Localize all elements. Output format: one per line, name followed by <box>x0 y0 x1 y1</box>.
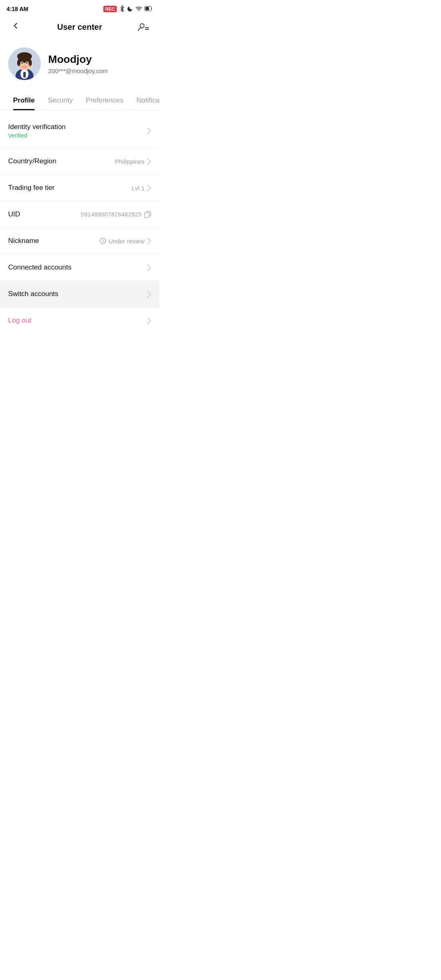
menu-item-switch-label: Switch accounts <box>8 290 58 298</box>
chevron-right-icon <box>147 238 151 245</box>
bluetooth-icon <box>119 5 125 13</box>
avatar <box>8 47 41 80</box>
menu-item-uid-value: 5914890078264628​25 <box>81 211 142 218</box>
svg-point-3 <box>140 24 144 28</box>
status-icons: REC <box>103 5 153 13</box>
menu-item-country-region[interactable]: Country/Region Philippines <box>0 148 159 175</box>
tab-preferences[interactable]: Preferences <box>79 91 130 110</box>
menu-item-nickname-left: Nickname <box>8 237 39 245</box>
menu-item-trading-value: Lvl 1 <box>131 185 145 192</box>
chevron-right-icon <box>147 158 151 165</box>
profile-email: 200***@moodjoy.com <box>48 67 108 74</box>
menu-list: Identity verification Verified Country/R… <box>0 114 159 334</box>
header-title: User center <box>57 22 102 32</box>
tab-notifications[interactable]: Notificati... <box>130 91 159 110</box>
tab-profile[interactable]: Profile <box>7 91 41 110</box>
battery-icon <box>145 6 153 12</box>
svg-rect-20 <box>145 213 149 218</box>
menu-item-connected-label: Connected accounts <box>8 263 71 272</box>
log-out-label: Log out <box>8 316 31 325</box>
svg-point-18 <box>19 65 22 67</box>
menu-item-identity-sublabel: Verified <box>8 132 66 139</box>
chevron-right-icon <box>147 264 151 271</box>
status-bar: 4:18 AM REC <box>0 0 159 16</box>
menu-item-uid-label: UID <box>8 210 20 218</box>
chevron-right-icon <box>147 127 151 134</box>
menu-item-uid[interactable]: UID 5914890078264628​25 <box>0 201 159 228</box>
menu-item-nickname-value: Under review <box>109 238 145 245</box>
menu-item-uid-left: UID <box>8 210 20 218</box>
svg-rect-7 <box>23 72 26 78</box>
svg-point-17 <box>24 65 25 66</box>
profile-name: Moodjoy <box>48 53 108 66</box>
tabs-container: Profile Security Preferences Notificati.… <box>0 91 159 111</box>
menu-item-switch-right <box>147 291 151 298</box>
chevron-right-icon <box>147 317 151 324</box>
tab-security[interactable]: Security <box>41 91 79 110</box>
menu-item-log-out[interactable]: Log out <box>0 307 159 334</box>
svg-point-19 <box>27 65 30 67</box>
status-time: 4:18 AM <box>7 6 28 12</box>
menu-item-trading-left: Trading fee tier <box>8 184 55 192</box>
menu-item-trading-right: Lvl 1 <box>131 185 151 192</box>
menu-item-identity-verification[interactable]: Identity verification Verified <box>0 114 159 148</box>
menu-item-trading-fee-tier[interactable]: Trading fee tier Lvl 1 <box>0 175 159 201</box>
back-button[interactable] <box>8 20 23 34</box>
menu-item-country-left: Country/Region <box>8 157 56 165</box>
profile-section: Moodjoy 200***@moodjoy.com <box>0 39 159 91</box>
moon-icon <box>127 6 133 13</box>
menu-item-connected-accounts[interactable]: Connected accounts <box>0 254 159 281</box>
menu-item-switch-left: Switch accounts <box>8 290 58 298</box>
profile-info: Moodjoy 200***@moodjoy.com <box>48 53 108 74</box>
menu-item-nickname-label: Nickname <box>8 237 39 245</box>
menu-item-country-right: Philippines <box>115 158 151 165</box>
avatar-image <box>8 47 41 80</box>
menu-item-country-value: Philippines <box>115 158 145 165</box>
header: User center <box>0 16 159 39</box>
menu-item-connected-left: Connected accounts <box>8 263 71 272</box>
menu-item-nickname[interactable]: Nickname Under review <box>0 228 159 254</box>
menu-item-connected-right <box>147 264 151 271</box>
menu-item-switch-accounts[interactable]: Switch accounts <box>0 281 159 307</box>
svg-point-0 <box>138 10 139 11</box>
user-manage-icon <box>138 22 149 31</box>
menu-item-country-label: Country/Region <box>8 157 56 165</box>
clock-icon <box>100 238 106 244</box>
wifi-icon <box>136 6 142 12</box>
back-icon <box>11 22 20 32</box>
recording-icon: REC <box>103 6 117 12</box>
menu-item-identity-right <box>147 127 151 134</box>
chevron-right-icon <box>147 185 151 192</box>
menu-item-trading-label: Trading fee tier <box>8 184 55 192</box>
svg-point-16 <box>26 62 28 64</box>
chevron-right-icon <box>147 291 151 298</box>
menu-item-identity-label: Identity verification <box>8 123 66 131</box>
menu-item-uid-right: 5914890078264628​25 <box>81 211 151 218</box>
menu-item-identity-left: Identity verification Verified <box>8 123 66 139</box>
copy-icon[interactable] <box>144 211 151 218</box>
menu-item-nickname-right: Under review <box>100 238 151 245</box>
svg-point-15 <box>21 62 23 64</box>
svg-rect-2 <box>145 7 149 10</box>
user-manage-button[interactable] <box>136 20 151 34</box>
